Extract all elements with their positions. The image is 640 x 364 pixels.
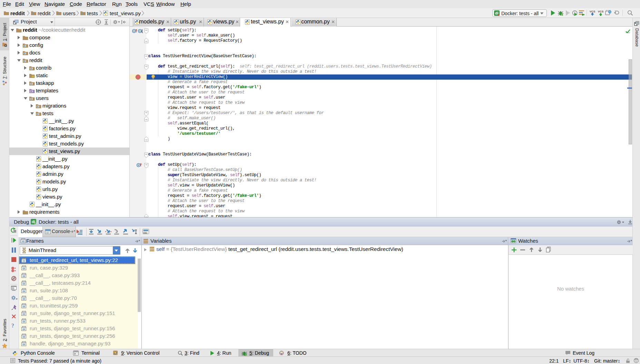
svg-text:VCS: VCS	[590, 10, 595, 13]
svg-text:VCS: VCS	[598, 10, 604, 13]
